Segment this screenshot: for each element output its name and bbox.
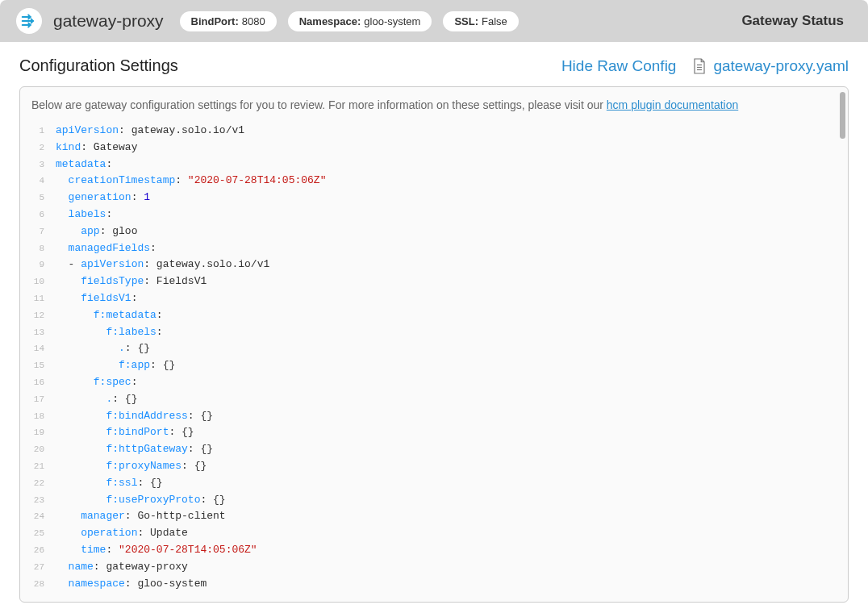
- namespace-value: gloo-system: [364, 15, 420, 27]
- subheader: Configuration Settings Hide Raw Config g…: [0, 42, 868, 86]
- hide-raw-config-button[interactable]: Hide Raw Config: [561, 57, 677, 75]
- page-container: gateway-proxy BindPort: 8080 Namespace: …: [0, 0, 868, 603]
- line-number: 25: [31, 525, 56, 542]
- code-line: 22 f:ssl: {}: [31, 475, 837, 492]
- code-line: 7 app: gloo: [31, 223, 837, 240]
- line-number: 21: [31, 458, 56, 475]
- line-number: 22: [31, 475, 56, 492]
- page-title: gateway-proxy: [53, 11, 164, 31]
- code-line: 3metadata:: [31, 156, 837, 173]
- line-number: 12: [31, 307, 56, 324]
- line-number: 18: [31, 408, 56, 425]
- code-line: 23 f:useProxyProto: {}: [31, 492, 837, 509]
- file-icon: [692, 57, 707, 75]
- line-number: 28: [31, 576, 56, 593]
- line-number: 10: [31, 273, 56, 290]
- code-line: 14 .: {}: [31, 340, 837, 357]
- config-settings-title: Configuration Settings: [19, 56, 178, 75]
- code-line: 10 fieldsType: FieldsV1: [31, 273, 837, 290]
- header-bar: gateway-proxy BindPort: 8080 Namespace: …: [0, 0, 868, 42]
- code-line: 5 generation: 1: [31, 190, 837, 206]
- line-number: 24: [31, 508, 56, 525]
- code-line: 8 managedFields:: [31, 240, 837, 257]
- code-line: 20 f:httpGateway: {}: [31, 441, 837, 458]
- line-number: 9: [31, 257, 56, 273]
- config-panel: Below are gateway configuration settings…: [19, 86, 849, 603]
- namespace-label: Namespace:: [299, 15, 361, 27]
- code-line: 28 namespace: gloo-system: [31, 576, 837, 593]
- code-line: 24 manager: Go-http-client: [31, 508, 837, 525]
- code-line: 18 f:bindAddress: {}: [31, 408, 837, 425]
- line-number: 1: [31, 123, 56, 140]
- gateway-status-link[interactable]: Gateway Status: [741, 13, 844, 29]
- code-line: 2kind: Gateway: [31, 140, 837, 156]
- code-line: 16 f:spec:: [31, 374, 837, 391]
- panel-description: Below are gateway configuration settings…: [31, 98, 837, 111]
- line-number: 20: [31, 441, 56, 458]
- line-number: 16: [31, 374, 56, 391]
- yaml-filename: gateway-proxy.yaml: [713, 57, 849, 75]
- bindport-label: BindPort:: [191, 15, 239, 27]
- line-number: 6: [31, 206, 56, 223]
- code-line: 12 f:metadata:: [31, 307, 837, 324]
- code-line: 25 operation: Update: [31, 525, 837, 542]
- yaml-file-link[interactable]: gateway-proxy.yaml: [692, 57, 849, 75]
- line-number: 15: [31, 357, 56, 374]
- line-number: 19: [31, 424, 56, 441]
- code-line: 19 f:bindPort: {}: [31, 424, 837, 441]
- line-number: 3: [31, 156, 56, 173]
- yaml-code-block[interactable]: 1apiVersion: gateway.solo.io/v12kind: Ga…: [31, 123, 837, 592]
- panel-desc-text: Below are gateway configuration settings…: [31, 98, 607, 111]
- code-line: 17 .: {}: [31, 391, 837, 408]
- line-number: 23: [31, 492, 56, 509]
- code-line: 13 f:labels:: [31, 324, 837, 341]
- line-number: 26: [31, 542, 56, 559]
- gateway-icon: [16, 8, 42, 34]
- line-number: 8: [31, 240, 56, 257]
- code-line: 9 - apiVersion: gateway.solo.io/v1: [31, 257, 837, 273]
- line-number: 7: [31, 223, 56, 240]
- ssl-pill: SSL: False: [443, 11, 518, 31]
- line-number: 17: [31, 391, 56, 408]
- code-line: 27 name: gateway-proxy: [31, 559, 837, 576]
- code-line: 6 labels:: [31, 206, 837, 223]
- code-line: 26 time: "2020-07-28T14:05:06Z": [31, 542, 837, 559]
- line-number: 13: [31, 324, 56, 341]
- hcm-docs-link[interactable]: hcm plugin documentation: [607, 98, 738, 111]
- line-number: 4: [31, 173, 56, 190]
- ssl-value: False: [482, 15, 507, 27]
- line-number: 14: [31, 340, 56, 357]
- scrollbar-thumb[interactable]: [840, 92, 845, 139]
- line-number: 2: [31, 140, 56, 156]
- code-line: 21 f:proxyNames: {}: [31, 458, 837, 475]
- ssl-label: SSL:: [454, 15, 478, 27]
- line-number: 27: [31, 559, 56, 576]
- namespace-pill: Namespace: gloo-system: [288, 11, 432, 31]
- code-line: 15 f:app: {}: [31, 357, 837, 374]
- bindport-value: 8080: [242, 15, 265, 27]
- code-line: 11 fieldsV1:: [31, 290, 837, 307]
- line-number: 11: [31, 290, 56, 307]
- bindport-pill: BindPort: 8080: [180, 11, 277, 31]
- line-number: 5: [31, 190, 56, 206]
- code-line: 1apiVersion: gateway.solo.io/v1: [31, 123, 837, 140]
- code-line: 4 creationTimestamp: "2020-07-28T14:05:0…: [31, 173, 837, 190]
